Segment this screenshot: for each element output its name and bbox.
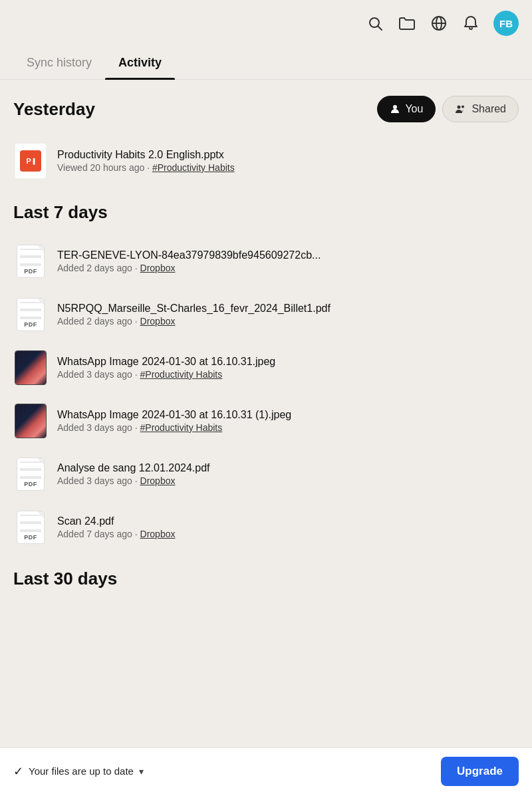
- file-name: WhatsApp Image 2024-01-30 at 16.10.31 (1…: [57, 409, 519, 421]
- file-meta: Viewed 20 hours ago · #Productivity Habi…: [57, 162, 519, 173]
- file-meta-link[interactable]: Dropbox: [140, 263, 176, 273]
- file-icon-pdf: PDF: [13, 510, 48, 545]
- svg-line-1: [378, 27, 382, 31]
- last7days-file-list: PDF TER-GENEVE-LYON-84ea37979839bfe94560…: [13, 236, 519, 553]
- yesterday-file-list: P▐ Productivity Habits 2.0 English.pptx …: [13, 136, 519, 186]
- upgrade-button[interactable]: Upgrade: [441, 757, 519, 786]
- shared-filter-label: Shared: [471, 103, 506, 115]
- file-meta: Added 3 days ago · #Productivity Habits: [57, 422, 519, 433]
- last7days-header: Last 7 days: [13, 202, 519, 223]
- last7days-title: Last 7 days: [13, 202, 108, 223]
- tab-activity[interactable]: Activity: [105, 47, 175, 79]
- file-info: WhatsApp Image 2024-01-30 at 16.10.31 (1…: [57, 409, 519, 433]
- list-item[interactable]: PDF N5RPQQ_Marseille_St-Charles_16_fevr_…: [13, 289, 519, 340]
- file-meta: Added 7 days ago · Dropbox: [57, 529, 519, 539]
- top-nav: FB: [0, 0, 532, 47]
- file-info: TER-GENEVE-LYON-84ea37979839bfe945609272…: [57, 249, 519, 273]
- tab-sync-history[interactable]: Sync history: [13, 47, 105, 79]
- status-area[interactable]: ✓ Your files are up to date ▾: [13, 764, 144, 779]
- user-avatar[interactable]: FB: [493, 11, 519, 36]
- tabs-bar: Sync history Activity: [0, 47, 532, 80]
- file-meta: Added 3 days ago · #Productivity Habits: [57, 369, 519, 380]
- file-info: Scan 24.pdf Added 7 days ago · Dropbox: [57, 515, 519, 539]
- you-filter-button[interactable]: You: [377, 96, 436, 122]
- file-icon-pdf: PDF: [13, 244, 48, 279]
- search-icon[interactable]: [366, 14, 384, 33]
- file-name: TER-GENEVE-LYON-84ea37979839bfe945609272…: [57, 249, 519, 261]
- yesterday-header: Yesterday You Shared: [13, 96, 519, 122]
- file-icon-pdf: PDF: [13, 297, 48, 332]
- folder-icon[interactable]: [398, 14, 416, 33]
- filter-buttons: You Shared: [377, 96, 519, 122]
- bell-icon[interactable]: [462, 14, 480, 33]
- file-icon-pdf: PDF: [13, 457, 48, 491]
- list-item[interactable]: WhatsApp Image 2024-01-30 at 16.10.31 (1…: [13, 396, 519, 446]
- file-icon-image: [13, 350, 48, 385]
- pptx-badge: P▐: [20, 150, 41, 172]
- file-info: WhatsApp Image 2024-01-30 at 16.10.31.jp…: [57, 356, 519, 380]
- file-info: Productivity Habits 2.0 English.pptx Vie…: [57, 149, 519, 173]
- file-icon-image: [13, 404, 48, 438]
- file-meta-link[interactable]: Dropbox: [140, 529, 176, 539]
- shared-filter-button[interactable]: Shared: [442, 96, 519, 122]
- file-icon-pptx: P▐: [13, 144, 48, 178]
- file-meta-link[interactable]: #Productivity Habits: [152, 162, 235, 173]
- svg-point-6: [458, 106, 461, 109]
- image-thumbnail: [15, 351, 46, 384]
- file-meta-link[interactable]: #Productivity Habits: [140, 422, 223, 433]
- checkmark-icon: ✓: [13, 764, 23, 779]
- list-item[interactable]: P▐ Productivity Habits 2.0 English.pptx …: [13, 136, 519, 186]
- file-info: Analyse de sang 12.01.2024.pdf Added 3 d…: [57, 462, 519, 486]
- list-item[interactable]: WhatsApp Image 2024-01-30 at 16.10.31.jp…: [13, 342, 519, 393]
- file-name: WhatsApp Image 2024-01-30 at 16.10.31.jp…: [57, 356, 519, 368]
- list-item[interactable]: PDF Scan 24.pdf Added 7 days ago · Dropb…: [13, 502, 519, 553]
- file-info: N5RPQQ_Marseille_St-Charles_16_fevr_2024…: [57, 303, 519, 327]
- main-content: Yesterday You Shared: [0, 80, 532, 669]
- person-icon: [390, 104, 400, 114]
- bottom-bar: ✓ Your files are up to date ▾ Upgrade: [0, 747, 532, 794]
- you-filter-label: You: [405, 103, 423, 115]
- file-name: Analyse de sang 12.01.2024.pdf: [57, 462, 519, 474]
- file-meta: Added 2 days ago · Dropbox: [57, 316, 519, 327]
- people-icon: [455, 104, 467, 114]
- globe-icon[interactable]: [430, 14, 448, 33]
- status-text: Your files are up to date: [29, 765, 134, 777]
- file-name: Scan 24.pdf: [57, 515, 519, 527]
- image-thumbnail: [15, 404, 46, 438]
- file-meta-link[interactable]: Dropbox: [140, 316, 176, 327]
- list-item[interactable]: PDF TER-GENEVE-LYON-84ea37979839bfe94560…: [13, 236, 519, 287]
- last30days-title: Last 30 days: [13, 569, 117, 589]
- chevron-down-icon: ▾: [139, 766, 144, 777]
- file-meta-link[interactable]: #Productivity Habits: [140, 369, 223, 380]
- file-meta-link[interactable]: Dropbox: [140, 475, 176, 486]
- list-item[interactable]: PDF Analyse de sang 12.01.2024.pdf Added…: [13, 449, 519, 499]
- svg-point-7: [462, 106, 464, 108]
- file-name: Productivity Habits 2.0 English.pptx: [57, 149, 519, 161]
- file-meta: Added 3 days ago · Dropbox: [57, 475, 519, 486]
- yesterday-title: Yesterday: [13, 99, 95, 120]
- last30days-header: Last 30 days: [13, 569, 519, 589]
- file-meta: Added 2 days ago · Dropbox: [57, 263, 519, 273]
- svg-point-5: [393, 105, 397, 109]
- file-name: N5RPQQ_Marseille_St-Charles_16_fevr_2024…: [57, 303, 519, 315]
